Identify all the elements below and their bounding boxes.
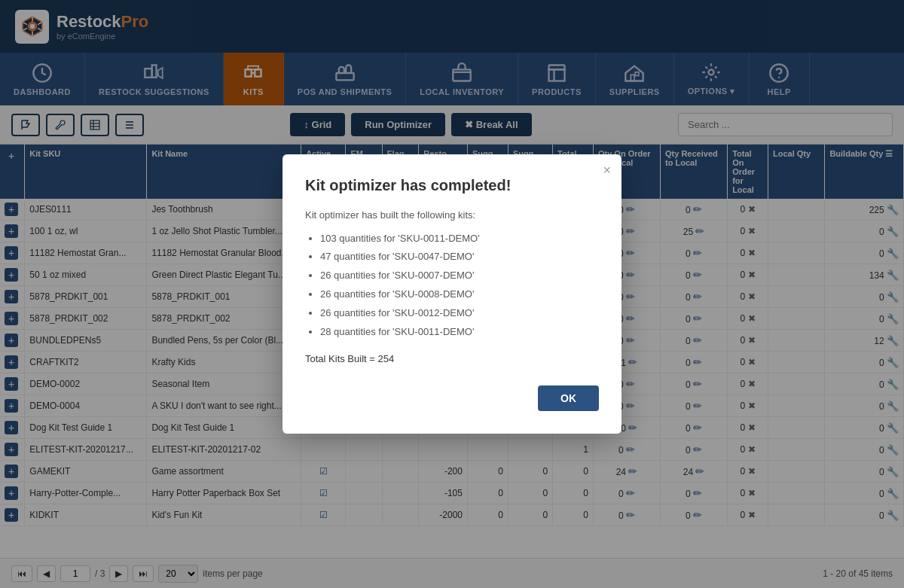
modal-list-item: 103 quantities for 'SKU-0011-DEMO' bbox=[320, 231, 599, 247]
modal-title: Kit optimizer has completed! bbox=[305, 177, 599, 194]
modal-items-list: 103 quantities for 'SKU-0011-DEMO'47 qua… bbox=[320, 231, 599, 340]
modal-footer: OK bbox=[305, 385, 599, 411]
modal-list-item: 26 quantities for 'SKU-0012-DEMO' bbox=[320, 306, 599, 321]
modal-list-item: 28 quantities for 'SKU-0011-DEMO' bbox=[320, 324, 599, 340]
modal-dialog: × Kit optimizer has completed! Kit optim… bbox=[282, 154, 622, 434]
modal-ok-button[interactable]: OK bbox=[538, 385, 599, 411]
modal-list-item: 26 quantities for 'SKU-0008-DEMO' bbox=[320, 287, 599, 303]
modal-overlay[interactable]: × Kit optimizer has completed! Kit optim… bbox=[0, 0, 904, 588]
modal-intro: Kit optimizer has built the following ki… bbox=[305, 208, 599, 224]
modal-list-item: 47 quantities for 'SKU-0047-DEMO' bbox=[320, 249, 599, 265]
modal-close-button[interactable]: × bbox=[603, 163, 611, 177]
modal-body: Kit optimizer has built the following ki… bbox=[305, 208, 599, 367]
modal-list-item: 26 quantities for 'SKU-0007-DEMO' bbox=[320, 268, 599, 284]
modal-total: Total Kits Built = 254 bbox=[305, 352, 599, 367]
